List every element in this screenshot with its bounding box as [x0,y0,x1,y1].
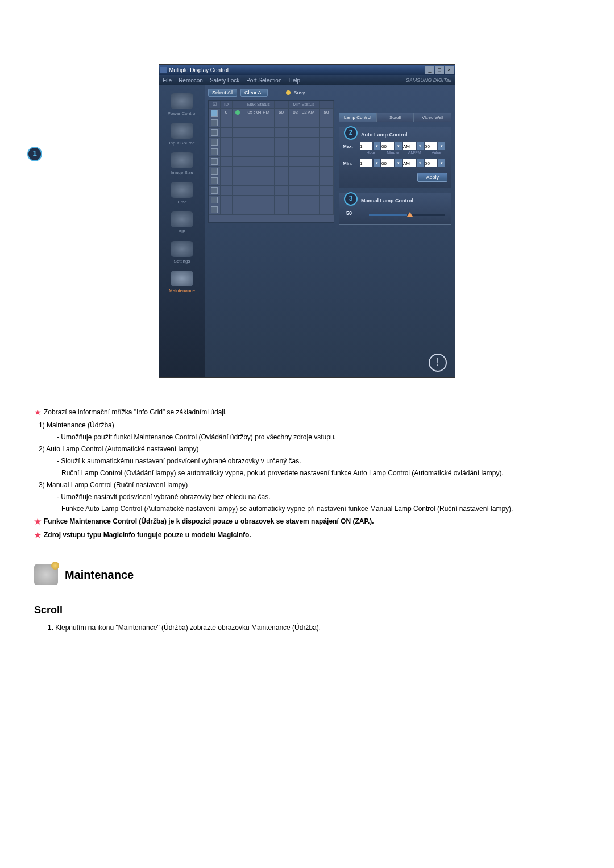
row-checkbox[interactable] [211,129,218,136]
dropdown-icon[interactable]: ▾ [438,142,445,150]
row-checkbox[interactable] [211,187,218,194]
auto-lamp-title: Auto Lamp Control [361,132,447,138]
hour-select[interactable]: 1 [360,142,372,150]
dropdown-icon[interactable]: ▾ [374,159,380,167]
table-row-empty [209,128,334,138]
value-select[interactable]: 50 [425,142,437,150]
col-header-id: ID [221,101,233,109]
minute-select[interactable]: 00 [381,159,394,167]
window-minimize-button[interactable]: _ [425,66,434,74]
dropdown-icon[interactable]: ▾ [417,159,424,167]
sublabel-minute: Minute [382,151,404,155]
menu-safety-lock[interactable]: Safety Lock [210,77,239,84]
maintenance-section-icon [34,564,58,585]
dropdown-icon[interactable]: ▾ [395,142,402,150]
image-size-icon [171,152,193,168]
col-header-min-status: Min Status [289,101,320,109]
col-header-min-value [320,101,334,109]
dropdown-icon[interactable]: ▾ [417,142,424,150]
time-icon [171,182,193,198]
row-checkbox[interactable] [211,197,218,203]
app-window: Multiple Display Control _ □ × File Remo… [159,64,455,378]
window-title: Multiple Display Control [169,67,425,73]
row-checkbox[interactable] [211,139,218,146]
sidebar-item-maintenance[interactable]: Maintenance [159,267,205,297]
row-checkbox[interactable] [211,148,218,155]
col-header-check[interactable]: ☑ [209,101,221,109]
window-maximize-button[interactable]: □ [435,66,444,74]
info-grid: ☑ ID Max Status Min Status 0 05 : 04 PM … [208,100,334,223]
select-all-button[interactable]: Select All [208,89,237,97]
manual-lamp-title: Manual Lamp Control [361,198,447,203]
col-header-max-value [275,101,289,109]
row-checkbox[interactable] [211,168,218,175]
minute-select[interactable]: 00 [381,142,394,150]
tab-scroll[interactable]: Scroll [376,113,414,122]
power-icon [171,93,193,109]
min-row: Min. 1▾ 00▾ AM▾ 50▾ [343,159,447,167]
sublabel-hour: Hour [360,151,382,155]
source-icon [171,123,193,139]
dropdown-icon[interactable]: ▾ [438,159,445,167]
dropdown-icon[interactable]: ▾ [395,159,402,167]
col-header-status [233,101,243,109]
sublabel-ampm: AM/PM [404,151,426,155]
sidebar-item-image-size[interactable]: Image Size [159,149,205,178]
table-row-empty [209,167,334,176]
table-row-empty [209,138,334,147]
row-checkbox[interactable] [211,206,218,213]
apply-button[interactable]: Apply [417,173,447,182]
manual-lamp-value: 50 [346,210,352,216]
table-row-empty [209,186,334,196]
right-panel: Lamp Control Scroll Video Wall 2 Auto La… [339,113,451,225]
table-row[interactable]: 0 05 : 04 PM 60 03 : 02 AM 80 [209,109,334,118]
clear-all-button[interactable]: Clear All [240,89,268,97]
row-checkbox[interactable] [211,158,218,165]
brand-label: SAMSUNG DIGITall [406,77,451,83]
table-row-empty [209,196,334,205]
sidebar-item-pip[interactable]: PIP [159,208,205,238]
star-icon: ★ [34,408,42,417]
menu-file[interactable]: File [163,77,172,84]
star-icon: ★ [34,530,42,539]
tab-lamp-control[interactable]: Lamp Control [339,113,376,122]
sidebar-item-input-source[interactable]: Input Source [159,119,205,149]
callout-2: 2 [344,126,358,140]
row-checkbox[interactable] [211,110,218,117]
busy-label: Busy [294,90,305,95]
busy-indicator-icon [286,90,291,95]
sidebar-item-power-control[interactable]: Power Control [159,90,205,119]
table-row-empty [209,147,334,157]
row-checkbox[interactable] [211,177,218,184]
dropdown-icon[interactable]: ▾ [374,142,380,150]
section-header: Maintenance [34,564,580,585]
table-row-empty [209,118,334,128]
maintenance-icon [171,271,193,286]
document-text: ★Zobrazí se informační mřížka "Info Grid… [34,406,580,633]
section-title: Maintenance [65,566,134,583]
window-close-button[interactable]: × [445,66,454,74]
ampm-select[interactable]: AM [403,159,416,167]
callout-3: 3 [344,192,358,206]
pip-icon [171,211,193,227]
sidebar-item-time[interactable]: Time [159,178,205,208]
menu-port-selection[interactable]: Port Selection [246,77,281,84]
warning-icon: ! [429,354,447,372]
main-area: Select All Clear All Busy ☑ ID Max Statu… [205,85,455,377]
star-icon: ★ [34,517,42,526]
menu-help[interactable]: Help [288,77,300,84]
table-row-empty [209,157,334,167]
row-checkbox[interactable] [211,119,218,126]
tab-video-wall[interactable]: Video Wall [414,113,451,122]
table-row-empty [209,205,334,215]
value-select[interactable]: 50 [425,159,437,167]
menu-remocon[interactable]: Remocon [179,77,203,84]
slider-handle-icon[interactable] [407,212,413,217]
menubar: File Remocon Safety Lock Port Selection … [159,75,455,85]
manual-lamp-slider[interactable] [369,214,445,216]
manual-lamp-control-box: 3 Manual Lamp Control 50 [339,193,451,225]
max-row: Max. 1▾ 00▾ AM▾ 50▾ [343,142,447,150]
hour-select[interactable]: 1 [360,159,372,167]
ampm-select[interactable]: AM [403,142,416,150]
sidebar-item-settings[interactable]: Settings [159,238,205,267]
